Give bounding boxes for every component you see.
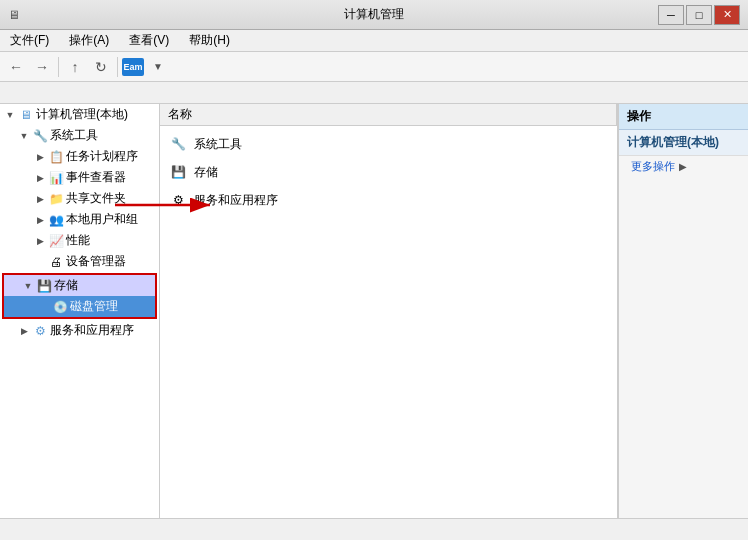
tree-shared-folders[interactable]: ▶ 📁 共享文件夹 <box>0 188 159 209</box>
storage-icon: 💾 <box>36 278 52 294</box>
toolbar-separator <box>58 57 59 77</box>
forward-button[interactable]: → <box>30 56 54 78</box>
event-viewer-expander: ▶ <box>32 170 48 186</box>
local-users-expander: ▶ <box>32 212 48 228</box>
action-more-label: 更多操作 <box>631 159 675 174</box>
performance-label: 性能 <box>66 232 90 249</box>
tree-system-tools[interactable]: ▼ 🔧 系统工具 <box>0 125 159 146</box>
middle-content: 🔧 系统工具 💾 存储 ⚙ 服务和应用程序 <box>160 126 617 540</box>
tree-event-viewer[interactable]: ▶ 📊 事件查看器 <box>0 167 159 188</box>
tree-root[interactable]: ▼ 🖥 计算机管理(本地) <box>0 104 159 125</box>
tree-disk-mgmt[interactable]: ▶ 💿 磁盘管理 <box>4 296 155 317</box>
window-title: 计算机管理 <box>344 6 404 23</box>
tree-task-scheduler[interactable]: ▶ 📋 任务计划程序 <box>0 146 159 167</box>
system-tools-icon: 🔧 <box>32 128 48 144</box>
maximize-button[interactable]: □ <box>686 5 712 25</box>
middle-item-storage[interactable]: 💾 存储 <box>164 158 613 186</box>
task-scheduler-label: 任务计划程序 <box>66 148 138 165</box>
task-scheduler-icon: 📋 <box>48 149 64 165</box>
actions-section-title: 计算机管理(本地) <box>619 130 748 156</box>
eam-icon: Eam <box>122 58 144 76</box>
middle-services-icon: ⚙ <box>168 190 188 210</box>
close-button[interactable]: ✕ <box>714 5 740 25</box>
middle-storage-label: 存储 <box>194 164 218 181</box>
title-bar: 🖥 计算机管理 ─ □ ✕ <box>0 0 748 30</box>
system-tools-label: 系统工具 <box>50 127 98 144</box>
storage-expander: ▼ <box>20 278 36 294</box>
local-users-icon: 👥 <box>48 212 64 228</box>
tree-device-manager[interactable]: ▶ 🖨 设备管理器 <box>0 251 159 272</box>
middle-system-tools-label: 系统工具 <box>194 136 242 153</box>
task-scheduler-expander: ▶ <box>32 149 48 165</box>
main-container: ▼ 🖥 计算机管理(本地) ▼ 🔧 系统工具 ▶ 📋 任务计划程序 ▶ 📊 事件… <box>0 104 748 540</box>
menu-help[interactable]: 帮助(H) <box>183 30 236 51</box>
middle-storage-icon: 💾 <box>168 162 188 182</box>
services-apps-label: 服务和应用程序 <box>50 322 134 339</box>
tree-storage[interactable]: ▼ 💾 存储 <box>4 275 155 296</box>
shared-folders-expander: ▶ <box>32 191 48 207</box>
minimize-button[interactable]: ─ <box>658 5 684 25</box>
shared-folders-icon: 📁 <box>48 191 64 207</box>
toolbar: ← → ↑ ↻ Eam ▼ <box>0 52 748 82</box>
menu-action[interactable]: 操作(A) <box>63 30 115 51</box>
actions-header: 操作 <box>619 104 748 130</box>
middle-services-label: 服务和应用程序 <box>194 192 278 209</box>
back-button[interactable]: ← <box>4 56 28 78</box>
device-manager-icon: 🖨 <box>48 254 64 270</box>
refresh-button[interactable]: ↻ <box>89 56 113 78</box>
computer-icon: 🖥 <box>18 107 34 123</box>
event-viewer-label: 事件查看器 <box>66 169 126 186</box>
middle-system-tools-icon: 🔧 <box>168 134 188 154</box>
up-button[interactable]: ↑ <box>63 56 87 78</box>
status-bar <box>0 518 748 540</box>
middle-header: 名称 <box>160 104 617 126</box>
event-viewer-icon: 📊 <box>48 170 64 186</box>
system-tools-expander: ▼ <box>16 128 32 144</box>
title-controls: ─ □ ✕ <box>658 5 740 25</box>
col-name-header: 名称 <box>160 104 617 125</box>
services-apps-icon: ⚙ <box>32 323 48 339</box>
disk-mgmt-icon: 💿 <box>52 299 68 315</box>
action-arrow-icon: ▶ <box>679 161 687 172</box>
performance-expander: ▶ <box>32 233 48 249</box>
tree-local-users[interactable]: ▶ 👥 本地用户和组 <box>0 209 159 230</box>
tree-performance[interactable]: ▶ 📈 性能 <box>0 230 159 251</box>
disk-mgmt-label: 磁盘管理 <box>70 298 118 315</box>
menu-view[interactable]: 查看(V) <box>123 30 175 51</box>
tree-services-apps[interactable]: ▶ ⚙ 服务和应用程序 <box>0 320 159 341</box>
middle-item-services[interactable]: ⚙ 服务和应用程序 <box>164 186 613 214</box>
local-users-label: 本地用户和组 <box>66 211 138 228</box>
root-expander: ▼ <box>2 107 18 123</box>
middle-panel: 名称 🔧 系统工具 💾 存储 ⚙ 服务和应用程序 <box>160 104 618 540</box>
action-more-operations[interactable]: 更多操作 ▶ <box>619 156 748 177</box>
middle-item-system-tools[interactable]: 🔧 系统工具 <box>164 130 613 158</box>
menu-file[interactable]: 文件(F) <box>4 30 55 51</box>
menu-bar: 文件(F) 操作(A) 查看(V) 帮助(H) <box>0 30 748 52</box>
shared-folders-label: 共享文件夹 <box>66 190 126 207</box>
left-panel: ▼ 🖥 计算机管理(本地) ▼ 🔧 系统工具 ▶ 📋 任务计划程序 ▶ 📊 事件… <box>0 104 160 540</box>
services-apps-expander: ▶ <box>16 323 32 339</box>
address-bar <box>0 82 748 104</box>
show-button[interactable]: ▼ <box>146 56 170 78</box>
right-panel: 操作 计算机管理(本地) 更多操作 ▶ <box>618 104 748 540</box>
tree-root-label: 计算机管理(本地) <box>36 106 128 123</box>
performance-icon: 📈 <box>48 233 64 249</box>
device-manager-label: 设备管理器 <box>66 253 126 270</box>
toolbar-separator-2 <box>117 57 118 77</box>
storage-highlight-box: ▼ 💾 存储 ▶ 💿 磁盘管理 <box>2 273 157 319</box>
storage-label: 存储 <box>54 277 78 294</box>
